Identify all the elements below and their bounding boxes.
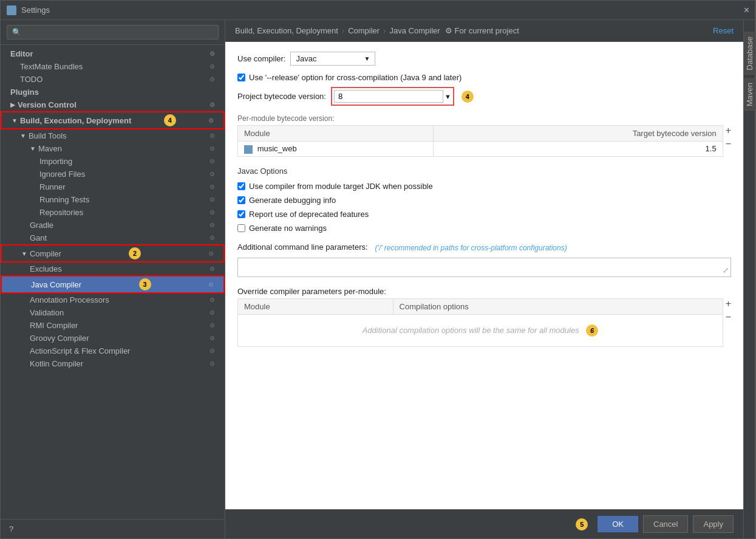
remove-override-button[interactable]: −: [726, 312, 731, 323]
sidebar-item-running-tests[interactable]: Running Tests ⚙: [1, 193, 225, 206]
cmdline-input[interactable]: [237, 258, 731, 277]
release-option-checkbox[interactable]: [237, 74, 245, 81]
compiler-dropdown[interactable]: Javac ▼: [290, 52, 375, 66]
for-current-project[interactable]: ⚙ For current project: [445, 26, 519, 35]
sidebar-item-kotlin[interactable]: Kotlin Compiler ⚙: [1, 357, 225, 370]
sidebar-item-ignored-files[interactable]: Ignored Files ⚙: [1, 168, 225, 180]
sidebar-item-gradle[interactable]: Gradle ⚙: [1, 219, 225, 232]
cancel-button[interactable]: Cancel: [643, 515, 688, 533]
sidebar-item-actionscript[interactable]: ActionScript & Flex Compiler ⚙: [1, 345, 225, 357]
bytecode-dropdown-arrow[interactable]: ▼: [444, 93, 451, 100]
option2-label: Generate debugging info: [249, 196, 336, 205]
override-empty-row: Additional compilation options will be t…: [238, 314, 723, 346]
sidebar-item-editor[interactable]: Editor ⚙: [1, 47, 225, 60]
option1-label: Use compiler from module target JDK when…: [249, 182, 433, 191]
badge-5: 5: [576, 518, 588, 530]
apply-button[interactable]: Apply: [693, 515, 734, 533]
breadcrumb-part1: Build, Execution, Deployment: [235, 26, 338, 35]
expand-icon-buildtools: ▼: [20, 132, 26, 139]
settings-icon-vc: ⚙: [209, 101, 215, 108]
badge-1: 4: [164, 114, 176, 126]
sidebar-item-build-exec[interactable]: ▼ Build, Execution, Deployment 4 ⚙: [1, 111, 225, 129]
breadcrumb-sep1: ›: [342, 26, 344, 35]
override-table-container: Module Compilation options Additional co…: [237, 298, 731, 347]
badge-3: 3: [139, 278, 151, 290]
expand-icon-maven: ▼: [30, 145, 36, 152]
release-option-row: Use '--release' option for cross-compila…: [237, 73, 731, 82]
sidebar-item-repositories[interactable]: Repositories ⚙: [1, 206, 225, 219]
bytecode-input[interactable]: [334, 90, 443, 103]
sidebar-item-build-tools[interactable]: ▼ Build Tools ⚙: [1, 129, 225, 142]
sidebar-item-gant[interactable]: Gant ⚙: [1, 232, 225, 244]
settings-icon-buildtools: ⚙: [209, 132, 215, 139]
settings-icon-annotation: ⚙: [209, 297, 215, 303]
settings-icon-groovy: ⚙: [209, 335, 215, 342]
settings-small-icon: ⚙: [445, 26, 452, 35]
app-icon: [7, 5, 16, 15]
override-action-buttons: + −: [726, 298, 731, 323]
option3-checkbox[interactable]: [237, 210, 245, 218]
add-override-button[interactable]: +: [726, 298, 731, 309]
option1-checkbox[interactable]: [237, 182, 245, 190]
sidebar-item-java-compiler[interactable]: Java Compiler 3 ⚙: [1, 275, 225, 294]
sidebar-item-compiler[interactable]: ▼ Compiler 2 ⚙: [1, 244, 225, 263]
sidebar-item-textmate[interactable]: TextMate Bundles ⚙: [1, 60, 225, 73]
table-row[interactable]: music_web 1.5: [238, 142, 723, 157]
badge-2: 2: [129, 247, 141, 259]
settings-icon-ignored: ⚙: [209, 171, 215, 177]
reset-button[interactable]: Reset: [713, 26, 734, 35]
sidebar: Editor ⚙ TextMate Bundles ⚙ TODO ⚙ Plugi…: [1, 20, 225, 538]
cmdline-label: Additional command line parameters:: [237, 242, 368, 252]
ok-button[interactable]: OK: [598, 516, 638, 532]
option2-checkbox[interactable]: [237, 196, 245, 204]
option2-row: Generate debugging info: [237, 196, 731, 205]
cmdline-label-row: Additional command line parameters: ('/'…: [237, 242, 731, 254]
add-module-button[interactable]: +: [726, 125, 731, 136]
option4-checkbox[interactable]: [237, 224, 245, 232]
option4-row: Generate no warnings: [237, 224, 731, 233]
sidebar-item-plugins[interactable]: Plugins: [1, 86, 225, 98]
sidebar-item-maven[interactable]: ▼ Maven ⚙: [1, 142, 225, 155]
override-options-col: Compilation options: [393, 298, 723, 314]
settings-icon-runner: ⚙: [209, 184, 215, 190]
expand-icon[interactable]: ⤢: [723, 266, 729, 275]
option1-row: Use compiler from module target JDK when…: [237, 182, 731, 191]
close-button[interactable]: ×: [744, 5, 749, 16]
option4-label: Generate no warnings: [249, 224, 327, 233]
expand-icon-vc: ▶: [10, 101, 15, 108]
sidebar-item-groovy-compiler[interactable]: Groovy Compiler ⚙: [1, 332, 225, 345]
project-bytecode-label: Project bytecode version:: [237, 92, 326, 101]
settings-icon-kotlin: ⚙: [209, 360, 215, 367]
settings-icon-javacompiler: ⚙: [208, 281, 214, 288]
help-button[interactable]: ?: [1, 519, 225, 538]
expand-icon-build: ▼: [12, 117, 18, 124]
settings-icon-gradle: ⚙: [209, 222, 215, 228]
option3-row: Report use of deprecated features: [237, 210, 731, 219]
search-input[interactable]: [7, 25, 219, 39]
dropdown-arrow: ▼: [364, 55, 370, 62]
settings-icon-maven: ⚙: [209, 145, 215, 152]
window-title: Settings: [21, 5, 744, 15]
badge-4: 4: [461, 91, 474, 103]
sidebar-item-todo[interactable]: TODO ⚙: [1, 73, 225, 86]
breadcrumb-part2: Compiler: [348, 26, 380, 35]
breadcrumb: Build, Execution, Deployment › Compiler …: [225, 20, 743, 42]
sidebar-item-excludes[interactable]: Excludes ⚙: [1, 263, 225, 275]
badge-6: 6: [586, 324, 598, 337]
target-bytecode-col-header: Target bytecode version: [434, 126, 723, 142]
override-empty-msg: Additional compilation options will be t…: [363, 326, 579, 335]
remove-module-button[interactable]: −: [726, 139, 731, 149]
module-folder-icon: [244, 145, 253, 154]
cmdline-hint: ('/' recommended in paths for cross-plat…: [375, 244, 567, 252]
sidebar-item-importing[interactable]: Importing ⚙: [1, 155, 225, 168]
sidebar-item-rmi-compiler[interactable]: RMI Compiler ⚙: [1, 319, 225, 332]
per-module-section: Per-module bytecode version: Module Targ…: [237, 114, 731, 157]
use-compiler-row: Use compiler: Javac ▼: [237, 52, 731, 66]
sidebar-item-version-control[interactable]: ▶ Version Control ⚙: [1, 98, 225, 111]
settings-icon-todo: ⚙: [209, 76, 215, 83]
sidebar-item-runner[interactable]: Runner ⚙: [1, 180, 225, 193]
maven-tab[interactable]: Maven: [743, 78, 755, 111]
sidebar-item-annotation-proc[interactable]: Annotation Processors ⚙: [1, 294, 225, 306]
database-tab[interactable]: Database: [743, 32, 755, 75]
sidebar-item-validation[interactable]: Validation ⚙: [1, 306, 225, 319]
